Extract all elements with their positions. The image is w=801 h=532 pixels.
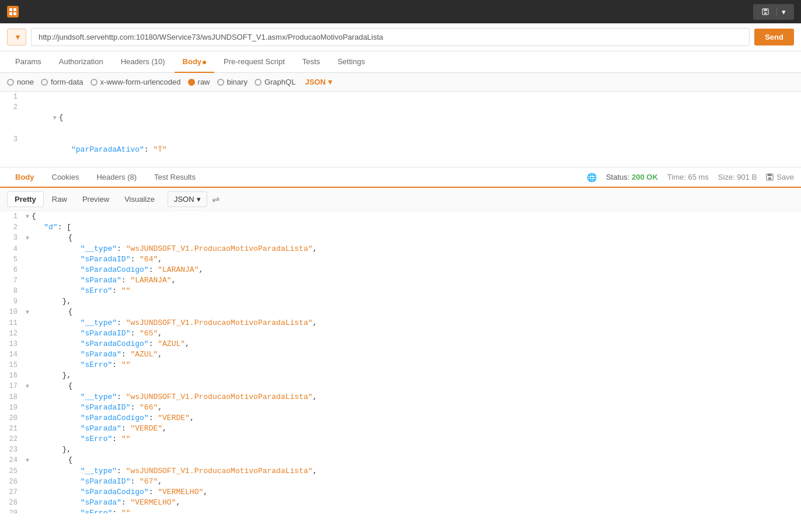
top-bar-right: ▾ [753, 4, 794, 20]
resp-line-29: 29 "sErro": "" [0, 508, 801, 513]
resp-line-15: 15 "sErro": "" [0, 360, 801, 370]
resp-tab-headers[interactable]: Headers (8) [88, 167, 145, 188]
resp-format-arrow: ▾ [197, 195, 201, 204]
resp-line-28: 28 "sParada": "VERMELHO", [0, 498, 801, 508]
body-type-binary[interactable]: binary [217, 78, 248, 86]
resp-line-11: 11 "__type": "wsJUNDSOFT_V1.ProducaoMoti… [0, 318, 801, 328]
radio-none [7, 79, 14, 86]
resp-line-20: 20 "sParadaCodigo": "VERDE", [0, 413, 801, 424]
request-editor[interactable]: 1 2 ▼{ 3 "parParadaAtivo": "T" 4 ▶} 5 [0, 92, 801, 167]
svg-rect-8 [768, 174, 772, 176]
resp-line-13: 13 "sParadaCodigo": "AZUL", [0, 339, 801, 349]
resp-line-5: 5 "sParadaID": "64", [0, 254, 801, 265]
view-visualize-button[interactable]: Visualize [117, 192, 162, 206]
view-pretty-button[interactable]: Pretty [7, 191, 44, 207]
radio-raw [188, 79, 195, 86]
save-response-button[interactable]: Save [766, 173, 794, 181]
tab-authorization[interactable]: Authorization [51, 51, 112, 73]
body-type-urlencoded-label: x-www-form-urlencoded [100, 78, 181, 86]
resp-line-19: 19 "sParadaID": "66", [0, 402, 801, 413]
resp-line-18: 18 "__type": "wsJUNDSOFT_V1.ProducaoMoti… [0, 392, 801, 402]
resp-line-17: 17▼ { [0, 381, 801, 392]
wrap-button[interactable]: ⇌ [212, 194, 220, 205]
globe-icon: 🌐 [587, 173, 597, 182]
resp-line-12: 12 "sParadaID": "65", [0, 328, 801, 339]
resp-line-16: 16 }, [0, 370, 801, 381]
resp-line-21: 21 "sParada": "VERDE", [0, 424, 801, 434]
tab-settings[interactable]: Settings [329, 51, 373, 73]
resp-line-22: 22 "sErro": "" [0, 434, 801, 444]
svg-rect-1 [13, 8, 16, 11]
response-body[interactable]: 1▼{2 "d": [3▼ {4 "__type": "wsJUNDSOFT_V… [0, 211, 801, 513]
top-bar-left [7, 6, 30, 18]
response-size: Size: 901 B [718, 173, 757, 181]
json-dropdown-icon: ▾ [328, 78, 332, 86]
status-code: 200 OK [632, 173, 658, 181]
body-type-raw[interactable]: raw [188, 78, 210, 86]
resp-line-25: 25 "__type": "wsJUNDSOFT_V1.ProducaoMoti… [0, 466, 801, 477]
response-time: Time: 65 ms [667, 173, 709, 181]
resp-line-6: 6 "sParadaCodigo": "LARANJA", [0, 265, 801, 275]
save-resp-icon [766, 173, 774, 181]
view-preview-button[interactable]: Preview [75, 192, 116, 206]
json-format-dropdown[interactable]: JSON ▾ [305, 78, 332, 86]
method-select[interactable]: ▾ [7, 29, 26, 46]
body-type-raw-label: raw [198, 78, 210, 86]
resp-line-24: 24▼ { [0, 455, 801, 466]
body-type-selector: none form-data x-www-form-urlencoded raw… [0, 73, 801, 92]
resp-tab-body[interactable]: Body [7, 167, 43, 188]
expand-icon-2[interactable]: ▼ [53, 115, 57, 121]
view-raw-button[interactable]: Raw [45, 192, 74, 206]
body-type-formdata[interactable]: form-data [41, 78, 83, 86]
body-type-graphql[interactable]: GraphQL [255, 78, 295, 86]
response-view-bar: Pretty Raw Preview Visualize JSON ▾ ⇌ [0, 188, 801, 211]
req-line-2: 2 ▼{ [0, 102, 801, 134]
send-button[interactable]: Send [754, 29, 794, 46]
resp-line-8: 8 "sErro": "" [0, 286, 801, 296]
resp-line-4: 4 "__type": "wsJUNDSOFT_V1.ProducaoMotiv… [0, 244, 801, 254]
tab-body[interactable]: Body [175, 51, 215, 73]
response-status: 🌐 Status: 200 OK Time: 65 ms Size: 901 B… [587, 173, 794, 182]
svg-rect-6 [764, 12, 767, 14]
url-input[interactable] [31, 28, 750, 46]
save-icon [761, 8, 769, 16]
resp-line-7: 7 "sParada": "LARANJA", [0, 275, 801, 286]
body-type-binary-label: binary [227, 78, 248, 86]
resp-line-23: 23 }, [0, 444, 801, 455]
radio-binary [217, 79, 224, 86]
request-tabs: Params Authorization Headers (10) Body P… [0, 51, 801, 73]
body-type-formdata-label: form-data [51, 78, 83, 86]
tab-prerequest[interactable]: Pre-request Script [215, 51, 293, 73]
url-bar: ▾ Send [0, 23, 801, 51]
method-dropdown-icon: ▾ [16, 33, 20, 41]
tab-params[interactable]: Params [7, 51, 50, 73]
json-format-label: JSON [305, 78, 325, 86]
svg-rect-0 [9, 8, 12, 11]
app-logo [7, 6, 19, 18]
resp-line-14: 14 "sParada": "AZUL", [0, 349, 801, 360]
body-type-none-label: none [17, 78, 34, 86]
tab-tests[interactable]: Tests [294, 51, 328, 73]
req-line-3: 3 "parParadaAtivo": "T" [0, 134, 801, 166]
resp-tab-testresults[interactable]: Test Results [146, 167, 204, 188]
resp-tab-cookies[interactable]: Cookies [44, 167, 88, 188]
save-button[interactable]: ▾ [753, 4, 794, 20]
tab-headers[interactable]: Headers (10) [113, 51, 173, 73]
body-type-none[interactable]: none [7, 78, 34, 86]
resp-format-dropdown[interactable]: JSON ▾ [168, 191, 207, 207]
save-dropdown-arrow[interactable]: ▾ [776, 8, 786, 16]
radio-formdata [41, 79, 48, 86]
svg-rect-5 [764, 9, 767, 11]
svg-rect-2 [9, 12, 12, 15]
top-bar: ▾ [0, 0, 801, 23]
resp-line-10: 10▼ { [0, 307, 801, 318]
resp-line-9: 9 }, [0, 296, 801, 307]
resp-line-27: 27 "sParadaCodigo": "VERMELHO", [0, 487, 801, 498]
resp-line-1: 1▼{ [0, 211, 801, 222]
radio-graphql [255, 79, 262, 86]
radio-urlencoded [90, 79, 97, 86]
svg-rect-3 [13, 12, 16, 15]
body-type-urlencoded[interactable]: x-www-form-urlencoded [90, 78, 181, 86]
resp-format-label: JSON [174, 195, 194, 204]
resp-line-26: 26 "sParadaID": "67", [0, 477, 801, 487]
